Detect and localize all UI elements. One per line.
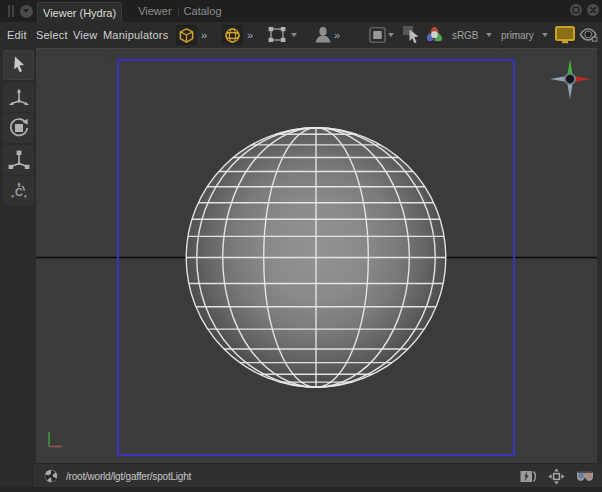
shading-mode-button[interactable] xyxy=(176,25,197,45)
viewport-scene xyxy=(36,49,597,464)
tab-viewer[interactable]: Viewer xyxy=(132,0,177,22)
selection-mode-caret[interactable] xyxy=(291,33,297,37)
tab-label: Viewer (Hydra) xyxy=(43,7,116,19)
chevron-down-icon xyxy=(23,9,29,13)
tool-select-button[interactable] xyxy=(3,50,34,80)
stereo-view-button[interactable] xyxy=(576,470,594,482)
origin-axis-indicator xyxy=(49,432,62,447)
marquee-select-icon xyxy=(268,27,286,43)
render-output-caret[interactable] xyxy=(388,33,394,37)
selected-location-path: /root/world/lgt/gaffer/spotLight xyxy=(66,464,191,488)
tool-column: C xyxy=(0,48,36,463)
monitor-icon xyxy=(555,26,575,44)
tab-label: Viewer xyxy=(138,5,171,17)
menu-edit[interactable]: Edit xyxy=(7,22,27,48)
coi-icon: C xyxy=(9,182,29,200)
pointer-snap-icon xyxy=(402,25,422,45)
tab-bar: Viewer (Hydra) Viewer Catalog xyxy=(0,0,602,22)
pick-mode-button[interactable] xyxy=(402,25,422,45)
cube-icon xyxy=(178,27,195,44)
colorspace-caret[interactable] xyxy=(486,33,492,37)
location-aperture-icon xyxy=(44,469,58,487)
menu-bar: EditSelectViewManipulators»»»sRGBprimary xyxy=(0,22,602,48)
camera-expand[interactable]: » xyxy=(334,22,340,48)
layout-square-icon xyxy=(369,27,386,43)
spotlight-cone-lines xyxy=(96,52,514,60)
close-button[interactable] xyxy=(587,4,599,16)
status-left-segment xyxy=(0,463,33,488)
scale-manipulator-icon xyxy=(8,150,30,170)
monitor-display-button[interactable] xyxy=(555,26,575,44)
maximize-icon xyxy=(570,4,582,16)
3d-glasses-icon xyxy=(576,470,594,482)
flush-caches-button[interactable] xyxy=(520,470,537,483)
viewer-window: Viewer (Hydra) Viewer Catalog EditSelect… xyxy=(0,0,602,492)
menu-manipulators[interactable]: Manipulators xyxy=(103,22,168,48)
menu-select[interactable]: Select xyxy=(36,22,68,48)
view-target-caret[interactable] xyxy=(542,33,548,37)
tool-center-of-interest-button[interactable]: C xyxy=(3,176,34,206)
render-output-button[interactable] xyxy=(369,27,386,43)
tab-label: Catalog xyxy=(184,5,222,17)
bottom-strip xyxy=(0,487,602,492)
panel-menu-button[interactable] xyxy=(20,5,33,18)
select-arrow-icon xyxy=(10,55,28,75)
tab-viewer-hydra[interactable]: Viewer (Hydra) xyxy=(37,2,122,22)
lighting-mode-expand[interactable]: » xyxy=(247,22,253,48)
camera-flash-icon xyxy=(520,470,537,483)
pan-arrows-icon xyxy=(548,468,565,485)
status-bar: /root/world/lgt/gaffer/spotLight xyxy=(0,463,602,487)
scene-visibility-button[interactable] xyxy=(579,28,598,42)
close-icon xyxy=(587,4,599,16)
globe-icon xyxy=(224,27,241,44)
tab-catalog[interactable]: Catalog xyxy=(178,0,228,22)
tool-scale-button[interactable] xyxy=(3,145,34,175)
shading-mode-expand[interactable]: » xyxy=(201,22,207,48)
person-icon xyxy=(313,26,333,44)
colorspace-select[interactable]: sRGB xyxy=(452,22,478,48)
lighting-mode-button[interactable] xyxy=(222,25,243,45)
tool-rotate-button[interactable] xyxy=(3,113,34,143)
rotate-manipulator-icon xyxy=(8,117,30,139)
tool-translate-button[interactable] xyxy=(3,82,34,112)
pan-mode-button[interactable] xyxy=(548,468,565,485)
panel-grip-handle[interactable] xyxy=(8,5,15,17)
rgb-triangle-icon xyxy=(426,26,443,44)
selection-mode-button[interactable] xyxy=(268,27,286,43)
maximize-button[interactable] xyxy=(570,4,582,16)
menu-view[interactable]: View xyxy=(73,22,97,48)
window-buttons xyxy=(570,4,599,16)
viewport[interactable] xyxy=(36,48,597,463)
channel-display-button[interactable] xyxy=(426,26,443,44)
tab-strip: Viewer (Hydra) Viewer Catalog xyxy=(37,0,228,22)
axis-gizmo xyxy=(550,59,591,99)
status-right-icons xyxy=(520,464,594,488)
svg-text:C: C xyxy=(15,186,23,198)
camera-person-button[interactable] xyxy=(313,26,333,44)
translate-manipulator-icon xyxy=(8,87,30,107)
panel-body: C xyxy=(0,48,602,463)
view-target-select[interactable]: primary xyxy=(501,22,534,48)
eye-icon xyxy=(579,28,598,42)
wireframe-sphere xyxy=(186,128,446,388)
